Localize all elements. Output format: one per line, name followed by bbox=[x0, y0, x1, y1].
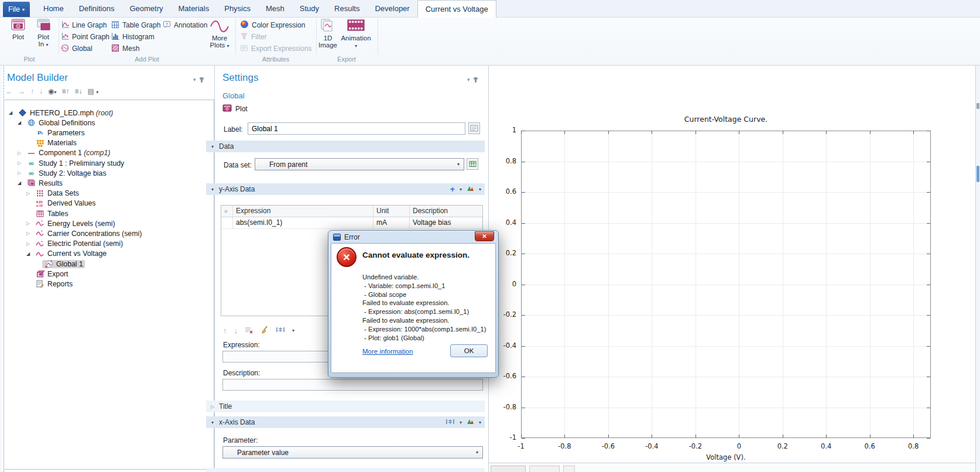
tree-item-parameters[interactable]: PiParameters bbox=[26, 128, 87, 138]
tree-item-reports[interactable]: Reports bbox=[26, 279, 74, 289]
tree-item-materials[interactable]: Materials bbox=[26, 138, 78, 148]
replace-expression-icon[interactable] bbox=[446, 418, 455, 427]
chevron-down-icon[interactable]: ▾ bbox=[292, 328, 294, 333]
tree-collapse-icon[interactable]: ◢ bbox=[9, 110, 16, 115]
close-button[interactable]: ✕ bbox=[475, 231, 494, 241]
column-header-description[interactable]: Description bbox=[410, 206, 482, 217]
tree-collapse-icon[interactable]: ◢ bbox=[18, 180, 25, 186]
plot-in-button[interactable]: Plot In ▾ bbox=[31, 18, 56, 54]
tree-item-data-sets[interactable]: ▷Data Sets bbox=[26, 189, 81, 199]
clear-table-icon[interactable] bbox=[261, 326, 269, 336]
expand-all-icon[interactable]: ≡↓ bbox=[75, 87, 83, 95]
tree-item-electric-potential-semi[interactable]: ▷*Electric Potential (semi) bbox=[26, 239, 125, 249]
plot-section-icon[interactable] bbox=[467, 185, 474, 193]
tree-collapse-icon[interactable]: ◢ bbox=[26, 251, 33, 256]
section-data[interactable]: ▾ Data bbox=[206, 141, 485, 152]
delete-row-icon[interactable] bbox=[245, 326, 253, 336]
tab-study[interactable]: Study bbox=[292, 0, 327, 17]
tree-expand-icon[interactable]: ▷ bbox=[18, 160, 25, 166]
plot-canvas[interactable]: Current-Voltage Curve.-1-0.8-0.6-0.4-0.2… bbox=[489, 66, 975, 463]
line-graph-button[interactable]: Line Graph bbox=[61, 19, 107, 31]
chevron-down-icon[interactable]: ▾ bbox=[479, 420, 481, 425]
tree-item-derived-values[interactable]: 8.85e-12Derived Values bbox=[26, 199, 97, 208]
tree-expand-icon[interactable]: ▷ bbox=[26, 221, 33, 226]
move-up-icon[interactable]: ↑ bbox=[30, 87, 34, 95]
tab-home[interactable]: Home bbox=[36, 0, 71, 17]
section-y-axis-data[interactable]: ▾ y-Axis Data + ▾ ▾ bbox=[206, 183, 485, 195]
tab-definitions[interactable]: Definitions bbox=[71, 0, 122, 17]
tab-results[interactable]: Results bbox=[327, 0, 367, 17]
tree-item-global-1[interactable]: Global 1 bbox=[35, 259, 85, 269]
histogram-button[interactable]: Histogram bbox=[111, 31, 155, 43]
chevron-down-icon[interactable]: ▾ bbox=[479, 187, 481, 192]
add-expression-icon[interactable]: + bbox=[450, 186, 455, 192]
dataset-edit-button[interactable] bbox=[467, 158, 478, 170]
label-input[interactable] bbox=[248, 122, 465, 135]
tab-developer[interactable]: Developer bbox=[367, 0, 417, 17]
label-options-button[interactable] bbox=[468, 122, 480, 134]
more-information-link[interactable]: More information bbox=[362, 348, 413, 355]
description-input[interactable] bbox=[222, 379, 483, 391]
move-down-icon[interactable]: ↓ bbox=[39, 87, 43, 95]
settings-panel-controls[interactable]: ▾ bbox=[467, 77, 477, 83]
section-x-axis-data[interactable]: ▾ x-Axis Data ▾ ▾ bbox=[206, 416, 485, 428]
node-options-icon[interactable]: ▤ ▾ bbox=[88, 87, 99, 95]
bottom-tab-stub[interactable] bbox=[529, 466, 560, 472]
table-graph-button[interactable]: Table Graph bbox=[111, 19, 160, 31]
tree-item-current-vs-voltage[interactable]: ◢Current vs Voltage bbox=[26, 249, 108, 259]
file-menu-button[interactable]: File ▾ bbox=[3, 2, 30, 17]
column-header-unit[interactable]: Unit bbox=[374, 206, 410, 217]
collapse-all-icon[interactable]: ≡↑ bbox=[62, 87, 70, 95]
tree-expand-icon[interactable]: ▷ bbox=[26, 191, 33, 196]
tree-expand-icon[interactable]: ▷ bbox=[26, 231, 33, 236]
forward-arrow-icon[interactable]: → bbox=[18, 87, 25, 95]
tree-item-study-1-preliminary-study[interactable]: ▷∞Study 1 : Preliminary study bbox=[18, 158, 126, 168]
chevron-down-icon[interactable]: ▾ bbox=[460, 187, 462, 192]
row-handle[interactable] bbox=[221, 217, 233, 228]
bottom-tab-stub[interactable] bbox=[491, 466, 526, 472]
tree-collapse-icon[interactable]: ◢ bbox=[18, 120, 25, 125]
1d-image-button[interactable]: 1D Image bbox=[318, 18, 338, 54]
settings-plot-button[interactable]: Plot bbox=[222, 104, 248, 114]
chevron-down-icon[interactable]: ▾ bbox=[467, 77, 470, 83]
expression-table-row[interactable]: abs(semi.I0_1)mAVoltage bias bbox=[221, 217, 482, 229]
tree-item-tables[interactable]: Tables bbox=[26, 208, 70, 218]
pin-icon[interactable] bbox=[201, 77, 203, 83]
tree-item-energy-levels-semi[interactable]: ▷*Energy Levels (semi) bbox=[26, 218, 117, 228]
bottom-tab-stub[interactable] bbox=[563, 466, 575, 472]
tab-current-vs-voltage[interactable]: Current vs Voltage bbox=[417, 0, 496, 18]
parameter-combobox[interactable]: Parameter value ▾ bbox=[222, 446, 483, 459]
tree-expand-icon[interactable]: ▷ bbox=[26, 241, 33, 247]
mesh-button[interactable]: Mesh bbox=[111, 43, 139, 54]
cell-unit[interactable]: mA bbox=[374, 217, 410, 228]
annotation-button[interactable]: T Annotation bbox=[163, 19, 207, 31]
tree-expand-icon[interactable]: ▷ bbox=[18, 170, 25, 176]
more-plots-button[interactable]: More Plots ▾ bbox=[206, 18, 233, 54]
cell-expression[interactable]: abs(semi.I0_1) bbox=[233, 217, 374, 228]
cell-description[interactable]: Voltage bias bbox=[410, 217, 482, 228]
chevron-down-icon[interactable]: ▾ bbox=[193, 77, 196, 83]
chevron-down-icon[interactable]: ▾ bbox=[460, 420, 462, 425]
tree-item-export[interactable]: Export bbox=[26, 269, 70, 279]
animation-button[interactable]: Animation ▾ bbox=[341, 18, 371, 54]
ok-button[interactable]: OK bbox=[450, 344, 488, 357]
section-title[interactable]: ▷ Title bbox=[206, 401, 485, 412]
error-dialog-titlebar[interactable]: Error bbox=[328, 231, 498, 243]
tree-item-results[interactable]: ◢Results bbox=[18, 178, 64, 188]
tree-item-hetero-led-mph[interactable]: ◢HETERO_LED.mph (root) bbox=[9, 108, 115, 118]
pin-icon[interactable] bbox=[475, 77, 477, 83]
plot-button[interactable]: Plot bbox=[7, 18, 29, 54]
back-arrow-icon[interactable]: ← bbox=[6, 87, 13, 95]
tab-mesh[interactable]: Mesh bbox=[258, 0, 292, 17]
move-down-icon[interactable]: ↓ bbox=[234, 326, 238, 335]
dataset-combobox[interactable]: From parent ▾ bbox=[255, 158, 464, 170]
tree-expand-icon[interactable]: ▷ bbox=[18, 151, 25, 156]
rail-icon[interactable] bbox=[976, 103, 979, 109]
point-graph-button[interactable]: Point Graph bbox=[61, 31, 109, 43]
column-reorder-handle[interactable]: » bbox=[221, 206, 233, 217]
plot-section-icon[interactable] bbox=[467, 418, 474, 426]
move-up-icon[interactable]: ↑ bbox=[223, 326, 227, 335]
show-eye-icon[interactable]: ◉▾ bbox=[48, 87, 57, 95]
tree-item-component-1[interactable]: ▷Component 1 (comp1) bbox=[18, 148, 112, 158]
tree-item-global-definitions[interactable]: ◢Global Definitions bbox=[18, 118, 97, 128]
